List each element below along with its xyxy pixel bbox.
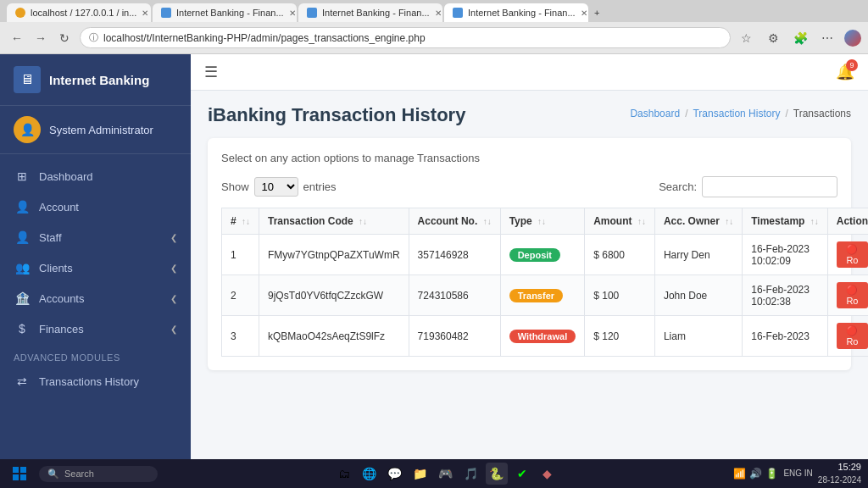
browser-tab-bar: localhost / 127.0.0.1 / in... ✕ Internet… <box>0 0 868 22</box>
extensions-button[interactable]: 🧩 <box>790 28 810 48</box>
browser-tab-2[interactable]: Internet Banking - Finan... ✕ <box>153 3 297 22</box>
dashboard-icon: ⊞ <box>14 169 31 183</box>
breadcrumb-transaction-history[interactable]: Transaction History <box>693 108 780 119</box>
taskbar-icon-2[interactable]: 🌐 <box>359 463 381 485</box>
tab-label-3: Internet Banking - Finan... <box>322 8 430 18</box>
taskbar-icon-3[interactable]: 💬 <box>384 463 406 485</box>
breadcrumb-sep-1: / <box>685 108 687 119</box>
breadcrumb-dashboard[interactable]: Dashboard <box>630 108 680 119</box>
breadcrumb-current: Transactions <box>793 108 851 119</box>
taskbar-icon-1[interactable]: 🗂 <box>333 463 355 485</box>
taskbar-right: 📶 🔊 🔋 ENG IN 15:29 28-12-2024 <box>733 461 861 485</box>
cell-account-2: 719360482 <box>409 316 500 357</box>
taskbar-icon-7[interactable]: 🐍 <box>486 463 508 485</box>
logo-icon: 🖥 <box>20 72 34 87</box>
finances-icon: $ <box>14 322 31 336</box>
sort-icon-num[interactable]: ↑↓ <box>242 217 250 226</box>
cell-account-1: 724310586 <box>409 275 500 316</box>
sort-icon-type[interactable]: ↑↓ <box>537 217 546 226</box>
taskbar-search[interactable]: 🔍 Search <box>39 466 158 482</box>
sidebar-item-staff[interactable]: 👤 Staff ❮ <box>0 222 191 252</box>
page-body: iBanking Transaction History Dashboard /… <box>191 91 868 459</box>
sort-icon-owner[interactable]: ↑↓ <box>725 217 733 226</box>
cell-timestamp-0: 16-Feb-2023 10:02:09 <box>743 235 827 275</box>
topbar-left: ☰ <box>204 63 218 81</box>
taskbar-icon-8[interactable]: ✔ <box>511 463 533 485</box>
search-input[interactable] <box>702 176 837 197</box>
back-button[interactable]: ← <box>7 28 27 48</box>
sort-icon-amount[interactable]: ↑↓ <box>637 217 646 226</box>
sidebar-item-clients[interactable]: 👥 Clients ❮ <box>0 252 191 283</box>
sidebar-item-label-account: Account <box>39 201 177 214</box>
col-action: Action <box>827 208 868 235</box>
tab-close-2[interactable]: ✕ <box>289 8 296 18</box>
cell-action-1: 🔴 Ro <box>827 275 868 316</box>
tab-close-3[interactable]: ✕ <box>435 8 442 18</box>
sidebar-user: 👤 System Administrator <box>0 106 191 154</box>
taskbar-icon-9[interactable]: ◆ <box>537 463 559 485</box>
transactions-icon: ⇄ <box>14 374 31 388</box>
sidebar-nav: ⊞ Dashboard 👤 Account 👤 Staff ❮ 👥 Client… <box>0 154 191 459</box>
entries-select[interactable]: 10 25 50 100 <box>254 177 298 197</box>
col-code: Transaction Code ↑↓ <box>259 208 409 235</box>
profile-icon[interactable] <box>844 30 861 47</box>
action-button-0[interactable]: 🔴 Ro <box>837 241 868 268</box>
menu-button[interactable]: ⋯ <box>817 28 837 48</box>
sort-icon-timestamp[interactable]: ↑↓ <box>810 217 819 226</box>
new-tab-button[interactable]: + <box>590 3 614 22</box>
cell-owner-1: John Doe <box>654 275 742 316</box>
browser-actions: ☆ ⚙ 🧩 ⋯ <box>736 28 861 48</box>
start-button[interactable] <box>7 463 32 484</box>
col-owner: Acc. Owner ↑↓ <box>654 208 742 235</box>
col-num: # ↑↓ <box>222 208 259 235</box>
wifi-icon[interactable]: 📶 <box>733 468 746 480</box>
cell-timestamp-1: 16-Feb-2023 10:02:38 <box>743 275 827 316</box>
sidebar-item-transactions-history[interactable]: ⇄ Transactions History <box>0 366 191 396</box>
action-button-2[interactable]: 🔴 Ro <box>837 323 868 349</box>
taskbar-icon-6[interactable]: 🎵 <box>460 463 482 485</box>
sidebar-item-label-finances: Finances <box>39 323 162 336</box>
hamburger-button[interactable]: ☰ <box>204 63 218 81</box>
show-label: Show <box>221 180 249 193</box>
staff-arrow-icon: ❮ <box>170 233 177 242</box>
windows-logo <box>13 467 26 480</box>
browser-tab-3[interactable]: Internet Banking - Finan... ✕ <box>298 3 442 22</box>
tab-close-1[interactable]: ✕ <box>142 8 148 18</box>
browser-tab-1[interactable]: localhost / 127.0.0.1 / in... ✕ <box>7 3 151 22</box>
sidebar-app-name: Internet Banking <box>49 73 149 87</box>
sidebar-item-account[interactable]: 👤 Account <box>0 191 191 222</box>
breadcrumb-sep-2: / <box>785 108 787 119</box>
action-button-1[interactable]: 🔴 Ro <box>837 282 868 308</box>
forward-button[interactable]: → <box>31 28 51 48</box>
notification-button[interactable]: 🔔 9 <box>836 63 854 81</box>
sort-icon-account[interactable]: ↑↓ <box>483 217 492 226</box>
cell-type-1: Transfer <box>500 275 585 316</box>
account-icon: 👤 <box>14 200 31 214</box>
sidebar-item-accounts[interactable]: 🏦 Accounts ❮ <box>0 283 191 313</box>
table-header: # ↑↓ Transaction Code ↑↓ Account No. ↑↓ <box>222 208 869 235</box>
tab-close-4[interactable]: ✕ <box>581 8 587 18</box>
settings-button[interactable]: ⚙ <box>763 28 783 48</box>
sidebar-item-finances[interactable]: $ Finances ❮ <box>0 313 191 344</box>
cell-type-2: Withdrawal <box>500 316 585 357</box>
table-controls: Show 10 25 50 100 entries Search: <box>221 176 837 197</box>
system-tray: 📶 🔊 🔋 <box>733 468 778 480</box>
star-button[interactable]: ☆ <box>736 28 756 48</box>
battery-icon[interactable]: 🔋 <box>765 468 778 480</box>
address-bar[interactable]: ⓘ localhost/t/InternetBanking-PHP/admin/… <box>80 27 731 48</box>
cell-owner-0: Harry Den <box>654 235 742 275</box>
speaker-icon[interactable]: 🔊 <box>749 468 762 480</box>
browser-tab-4[interactable]: Internet Banking - Finan... ✕ <box>444 3 588 22</box>
tab-favicon-3 <box>307 8 317 18</box>
sort-icon-code[interactable]: ↑↓ <box>359 217 367 226</box>
type-badge-2: Withdrawal <box>509 330 576 343</box>
taskbar-search-label: Search <box>64 469 94 479</box>
show-entries-control: Show 10 25 50 100 entries <box>221 177 337 197</box>
cell-amount-2: $ 120 <box>585 316 655 357</box>
taskbar-icon-5[interactable]: 🎮 <box>435 463 457 485</box>
taskbar-icon-4[interactable]: 📁 <box>409 463 431 485</box>
sidebar-item-dashboard[interactable]: ⊞ Dashboard <box>0 161 191 191</box>
tab-label-4: Internet Banking - Finan... <box>468 8 576 18</box>
reload-button[interactable]: ↻ <box>54 28 75 48</box>
staff-icon: 👤 <box>14 230 31 244</box>
